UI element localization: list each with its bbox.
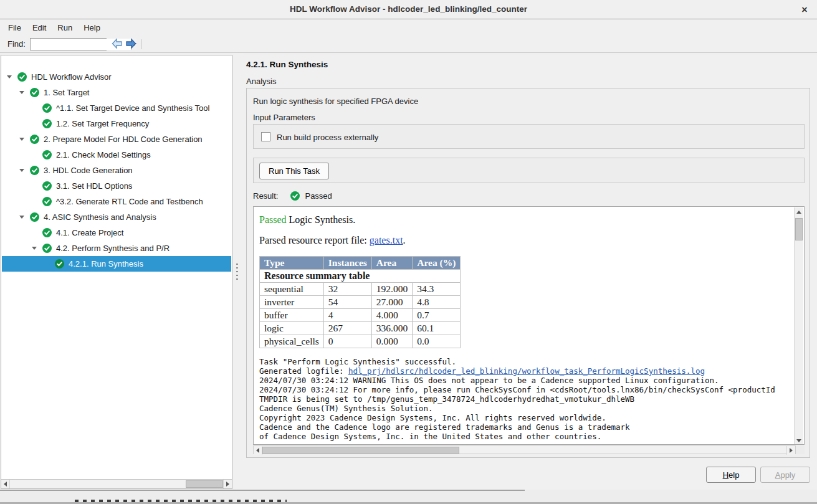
table-header-row: Type Instances Area Area (%) xyxy=(260,257,461,270)
tree-item-label: 2.1. Check Model Settings xyxy=(56,150,151,159)
page-title: 4.2.1. Run Synthesis xyxy=(246,60,328,69)
tree-item-prepare-model[interactable]: 2. Prepare Model For HDL Code Generation xyxy=(2,131,231,147)
menu-edit[interactable]: Edit xyxy=(27,21,52,34)
tree-item-label: 1.2. Set Target Frequency xyxy=(56,119,149,128)
scroll-left-icon[interactable] xyxy=(1,480,10,488)
tree-item-asic-synthesis[interactable]: 4. ASIC Synthesis and Analysis xyxy=(2,209,231,225)
col-header-area-pct: Area (%) xyxy=(413,257,461,270)
expander-icon[interactable] xyxy=(32,247,42,250)
check-icon xyxy=(55,259,64,269)
tree-item-create-project[interactable]: 4.1. Create Project xyxy=(2,225,231,240)
help-button[interactable]: Help xyxy=(706,467,756,483)
parsed-prefix: Parsed resource report file: xyxy=(259,235,370,245)
tree-item-perform-synthesis-pr[interactable]: 4.2. Perform Synthesis and P/R xyxy=(2,240,231,256)
scrollbar-corner xyxy=(796,445,805,454)
tree-item-label: 4.2.1. Run Synthesis xyxy=(69,259,143,269)
find-previous-button[interactable] xyxy=(111,37,123,50)
tree-item-label: 3. HDL Code Generation xyxy=(44,166,133,175)
report-horizontal-scrollbar[interactable] xyxy=(253,445,796,454)
toolbar-separator xyxy=(141,39,141,49)
check-icon xyxy=(42,119,52,128)
cell-area: 192.000 xyxy=(371,283,412,296)
task-panel: 4.2.1. Run Synthesis Analysis Run logic … xyxy=(243,55,817,490)
find-next-button[interactable] xyxy=(125,37,137,50)
cell-area-pct: 60.1 xyxy=(413,322,461,335)
find-label: Find: xyxy=(7,39,26,49)
tree-item-set-target-frequency[interactable]: 1.2. Set Target Frequency xyxy=(2,116,231,131)
panel-splitter[interactable] xyxy=(232,53,243,490)
report-passed-line: Passed Logic Synthesis. xyxy=(259,214,793,226)
gates-txt-link[interactable]: gates.txt xyxy=(370,235,403,245)
help-button-label: Help xyxy=(723,470,740,480)
tree-item-set-target-device[interactable]: ^1.1. Set Target Device and Synthesis To… xyxy=(2,100,231,116)
splitter-grip-icon[interactable] xyxy=(236,264,238,280)
expander-icon[interactable] xyxy=(7,75,17,78)
scroll-right-icon[interactable] xyxy=(786,446,795,455)
scroll-up-icon[interactable] xyxy=(795,207,803,216)
check-icon xyxy=(30,166,39,175)
report-hscroll-thumb[interactable] xyxy=(262,447,459,454)
menu-run[interactable]: Run xyxy=(52,21,78,34)
cell-area: 336.000 xyxy=(371,322,412,335)
task-description: Run logic synthesis for specified FPGA d… xyxy=(253,97,418,106)
tree-item-hdl-workflow-advisor[interactable]: HDL Workflow Advisor xyxy=(2,69,231,85)
report-vscroll-thumb[interactable] xyxy=(795,218,803,240)
table-row: physical_cells 0 0.000 0.0 xyxy=(260,335,461,348)
tree-item-hdl-code-generation[interactable]: 3. HDL Code Generation xyxy=(2,163,231,178)
scroll-down-icon[interactable] xyxy=(795,436,803,445)
tree-item-label: 2. Prepare Model For HDL Code Generation xyxy=(44,135,203,144)
report-parsed-line: Parsed resource report file: gates.txt. xyxy=(259,235,793,246)
scroll-left-icon[interactable] xyxy=(254,446,262,455)
run-externally-label: Run build process externally xyxy=(277,133,378,142)
expander-icon[interactable] xyxy=(19,91,30,94)
footer-button-bar: Help Apply xyxy=(706,467,810,483)
check-icon xyxy=(42,150,52,159)
title-bar: HDL Workflow Advisor - hdlcoder_led_blin… xyxy=(0,0,817,19)
workflow-tree-panel: HDL Workflow Advisor 1. Set Target ^1.1.… xyxy=(1,55,232,489)
bottom-strip xyxy=(0,490,817,504)
tree-item-run-synthesis[interactable]: 4.2.1. Run Synthesis xyxy=(2,256,231,272)
tree-item-check-model-settings[interactable]: 2.1. Check Model Settings xyxy=(2,147,231,163)
passed-word: Passed xyxy=(259,214,287,225)
close-icon[interactable]: × xyxy=(798,4,811,16)
apply-button[interactable]: Apply xyxy=(760,467,810,483)
table-title-row: Resource summary table xyxy=(260,270,461,283)
scroll-right-icon[interactable] xyxy=(223,480,232,488)
parsed-suffix: . xyxy=(403,235,406,245)
report-vertical-scrollbar[interactable] xyxy=(794,207,803,445)
cell-type: physical_cells xyxy=(260,335,324,348)
tree-item-label: ^1.1. Set Target Device and Synthesis To… xyxy=(56,103,209,113)
cell-type: logic xyxy=(260,322,324,335)
cell-instances: 4 xyxy=(323,309,371,322)
expander-icon[interactable] xyxy=(19,216,30,219)
result-status: Passed xyxy=(305,191,332,201)
analysis-label: Analysis xyxy=(246,77,276,86)
tree-item-label: 1. Set Target xyxy=(44,88,89,97)
tree-item-label: 4.1. Create Project xyxy=(56,228,123,237)
table-row: buffer 4 4.000 0.7 xyxy=(260,309,461,322)
cell-area-pct: 0.7 xyxy=(413,309,461,322)
run-externally-checkbox[interactable] xyxy=(261,132,270,141)
col-header-instances: Instances xyxy=(323,257,371,270)
passed-rest: Logic Synthesis. xyxy=(287,214,356,225)
apply-button-label: Apply xyxy=(775,470,796,480)
result-row: Result: Passed xyxy=(253,191,332,201)
arrow-right-icon xyxy=(125,37,137,50)
run-this-task-button[interactable]: Run This Task xyxy=(259,163,329,179)
expander-icon[interactable] xyxy=(19,138,30,141)
passed-check-icon xyxy=(290,191,300,201)
tree-item-set-target[interactable]: 1. Set Target xyxy=(2,85,231,100)
tree-item-label: 4. ASIC Synthesis and Analysis xyxy=(44,212,156,222)
tree-hscroll-thumb[interactable] xyxy=(186,480,223,488)
tree-horizontal-scrollbar[interactable] xyxy=(1,479,232,488)
menu-help[interactable]: Help xyxy=(78,21,106,34)
tree-item-label: 4.2. Perform Synthesis and P/R xyxy=(56,244,170,253)
expander-icon[interactable] xyxy=(19,169,30,172)
menu-file[interactable]: File xyxy=(2,21,27,34)
tree-item-generate-rtl-code[interactable]: ^3.2. Generate RTL Code and Testbench xyxy=(2,194,231,209)
logfile-link[interactable]: hdl_prj/hdlsrc/hdlcoder_led_blinking/wor… xyxy=(348,366,705,376)
tree-item-set-hdl-options[interactable]: 3.1. Set HDL Options xyxy=(2,178,231,194)
result-label: Result: xyxy=(253,191,278,201)
log-line: of Cadence Design Systems, Inc. in the U… xyxy=(259,432,793,441)
table-title: Resource summary table xyxy=(260,270,461,283)
